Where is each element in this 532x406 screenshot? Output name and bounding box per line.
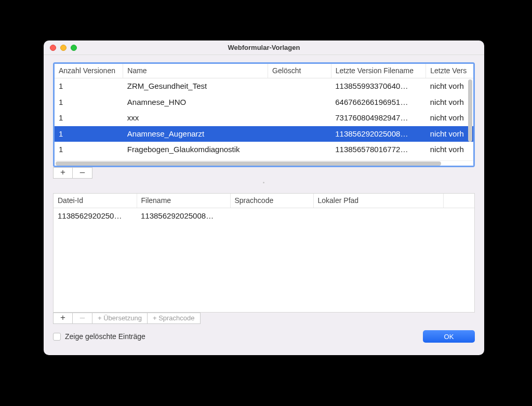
table-cell: ZRM_Gesundheit_Test [123, 78, 268, 94]
table-cell: Anamnese_Augenarzt [123, 126, 268, 142]
add-template-button[interactable]: + [53, 167, 73, 179]
add-langcode-button: + Sprachcode [148, 313, 201, 324]
col-datei-id[interactable]: Datei-Id [54, 194, 137, 208]
table-cell [268, 94, 331, 111]
table-cell: nicht vorh [426, 126, 473, 142]
table-cell [313, 208, 443, 224]
show-deleted-label: Zeige gelöschte Einträge [65, 332, 145, 341]
col-geloescht[interactable]: Gelöscht [268, 64, 331, 78]
window-title: Webformular-Vorlagen [44, 44, 484, 51]
zoom-window-button[interactable] [71, 45, 77, 51]
table-cell: 1 [55, 110, 123, 126]
templates-button-row: + – [53, 167, 475, 179]
table-cell: 113856578016772… [331, 142, 425, 158]
add-version-button[interactable]: + [53, 313, 73, 324]
checkbox-box[interactable] [53, 333, 61, 341]
ok-button[interactable]: OK [423, 330, 475, 343]
close-window-button[interactable] [50, 45, 56, 51]
add-translation-button: + Übersetzung [92, 313, 148, 324]
table-row[interactable]: 1Anamnese_HNO646766266196951…nicht vorh [55, 94, 473, 111]
templates-table-hscroll[interactable] [55, 160, 473, 166]
table-cell: nicht vorh [426, 142, 473, 158]
templates-table-header-row: Anzahl Versionen Name Gelöscht Letzte Ve… [55, 64, 473, 78]
col-filename[interactable]: Filename [137, 194, 230, 208]
table-row[interactable]: 1Anamnese_Augenarzt113856292025008…nicht… [55, 126, 473, 142]
table-cell: nicht vorh [426, 94, 473, 111]
table-cell: Anamnese_HNO [123, 94, 268, 111]
table-cell: 646766266196951… [331, 94, 425, 111]
table-cell [268, 142, 331, 158]
table-row[interactable]: 1ZRM_Gesundheit_Test113855993370640…nich… [55, 78, 473, 94]
col-letzte-filename[interactable]: Letzte Version Filename [331, 64, 425, 78]
table-row[interactable]: 1xxx731760804982947…nicht vorh [55, 110, 473, 126]
hscroll-thumb[interactable] [56, 161, 441, 166]
table-cell [268, 126, 331, 142]
templates-table-container: Anzahl Versionen Name Gelöscht Letzte Ve… [53, 62, 475, 167]
dialog-window: Webformular-Vorlagen Anzahl Versionen [44, 40, 484, 355]
col-name[interactable]: Name [123, 64, 268, 78]
minimize-window-button[interactable] [60, 45, 66, 51]
templates-table[interactable]: Anzahl Versionen Name Gelöscht Letzte Ve… [55, 64, 473, 166]
splitter[interactable]: • [53, 182, 475, 185]
table-cell: 1138562920250… [54, 208, 137, 224]
table-cell: nicht vorh [426, 110, 473, 126]
table-cell: 1 [55, 78, 123, 94]
templates-table-vscroll[interactable] [468, 79, 472, 142]
table-cell: 1 [55, 142, 123, 158]
table-cell: 1 [55, 126, 123, 142]
versions-table-container: Datei-Id Filename Sprachcode Lokaler Pfa… [53, 193, 475, 313]
table-cell: 113856292025008… [137, 208, 230, 224]
table-cell [443, 208, 474, 224]
table-cell [230, 208, 313, 224]
table-cell: 113856292025008… [331, 126, 425, 142]
col-anzahl-versionen[interactable]: Anzahl Versionen [55, 64, 123, 78]
col-lokalerpfad[interactable]: Lokaler Pfad [313, 194, 443, 208]
traffic-lights [44, 45, 77, 51]
table-cell [268, 78, 331, 94]
remove-template-button[interactable]: – [73, 167, 92, 179]
versions-table[interactable]: Datei-Id Filename Sprachcode Lokaler Pfa… [54, 194, 474, 224]
table-cell [268, 110, 331, 126]
table-cell: 113855993370640… [331, 78, 425, 94]
footer: Zeige gelöschte Einträge OK [53, 330, 475, 343]
table-cell: 731760804982947… [331, 110, 425, 126]
col-sprachcode[interactable]: Sprachcode [230, 194, 313, 208]
table-row[interactable]: 1138562920250…113856292025008… [54, 208, 474, 224]
table-cell: Fragebogen_Glaukomdiagnostik [123, 142, 268, 158]
col-blank[interactable] [443, 194, 474, 208]
versions-table-header-row: Datei-Id Filename Sprachcode Lokaler Pfa… [54, 194, 474, 208]
titlebar: Webformular-Vorlagen [44, 40, 484, 55]
table-cell: 1 [55, 94, 123, 111]
table-row[interactable]: 1Fragebogen_Glaukomdiagnostik11385657801… [55, 142, 473, 158]
show-deleted-checkbox[interactable]: Zeige gelöschte Einträge [53, 332, 145, 341]
col-letzte-vers[interactable]: Letzte Vers [426, 64, 473, 78]
versions-button-row: + – + Übersetzung + Sprachcode [53, 313, 475, 324]
table-cell: nicht vorh [426, 78, 473, 94]
remove-version-button: – [73, 313, 92, 324]
table-cell: xxx [123, 110, 268, 126]
content-area: Anzahl Versionen Name Gelöscht Letzte Ve… [44, 55, 484, 350]
